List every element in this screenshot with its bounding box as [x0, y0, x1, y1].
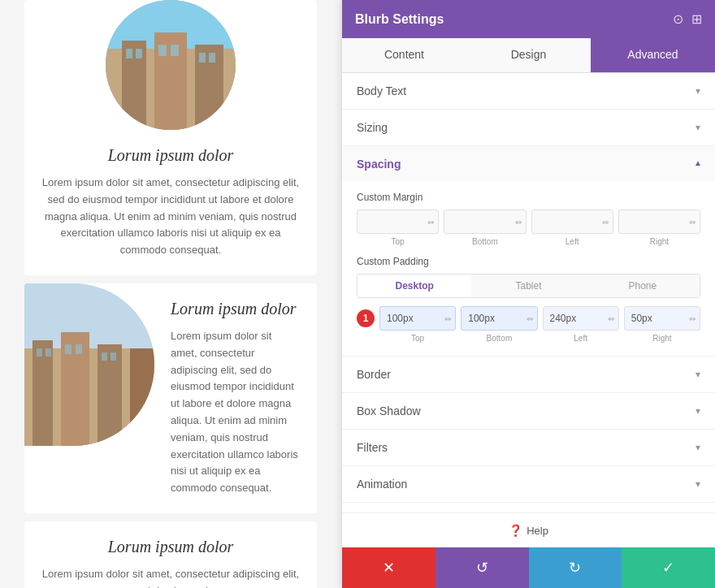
- section-animation[interactable]: Animation ▾: [342, 466, 715, 503]
- margin-top-group: ⇔: [357, 210, 439, 234]
- tab-design[interactable]: Design: [466, 38, 591, 72]
- device-tab-desktop[interactable]: Desktop: [358, 275, 471, 297]
- svg-rect-22: [110, 352, 116, 361]
- margin-left-input[interactable]: [531, 210, 613, 234]
- section-filters[interactable]: Filters ▾: [342, 430, 715, 466]
- padding-right-link-icon: ⇔: [689, 314, 696, 323]
- device-tab-tablet[interactable]: Tablet: [471, 275, 585, 297]
- margin-left-label: Left: [531, 237, 613, 246]
- device-tab-phone[interactable]: Phone: [586, 275, 700, 297]
- svg-rect-7: [158, 45, 167, 56]
- blurb-title-2: Lorum ipsum dolor: [171, 300, 301, 318]
- save-button[interactable]: ✓: [622, 547, 715, 588]
- spacing-header[interactable]: Spacing ▾: [342, 146, 715, 182]
- svg-rect-17: [37, 348, 42, 357]
- margin-bottom-group: ⇔: [444, 210, 526, 234]
- tab-content[interactable]: Content: [342, 38, 466, 72]
- tab-advanced[interactable]: Advanced: [591, 38, 715, 72]
- custom-margin-label: Custom Margin: [357, 192, 700, 203]
- blurb-image-2: [24, 283, 154, 446]
- margin-inputs: ⇔ ⇔ ⇔ ⇔: [357, 210, 700, 234]
- margin-right-link-icon: ⇔: [689, 218, 696, 227]
- margin-right-group: ⇔: [618, 210, 700, 234]
- svg-rect-15: [98, 344, 122, 446]
- section-body-text[interactable]: Body Text ▾: [342, 73, 715, 110]
- padding-right-label: Right: [624, 334, 700, 343]
- help-icon: ❓: [509, 524, 522, 537]
- custom-padding-label: Custom Padding: [357, 256, 700, 267]
- animation-label: Animation: [357, 478, 407, 491]
- spacing-content: Custom Margin ⇔ ⇔ ⇔: [342, 182, 715, 356]
- redo-button[interactable]: ↻: [529, 547, 622, 588]
- margin-bottom-input[interactable]: [444, 210, 526, 234]
- box-shadow-chevron: ▾: [696, 405, 700, 417]
- padding-top-label: Top: [379, 334, 456, 343]
- margin-top-label: Top: [357, 237, 439, 246]
- margin-left-group: ⇔: [531, 210, 613, 234]
- margin-right-input[interactable]: [618, 210, 700, 234]
- spacing-label: Spacing: [357, 158, 401, 171]
- section-box-shadow[interactable]: Box Shadow ▾: [342, 393, 715, 430]
- device-tabs: Desktop Tablet Phone: [357, 274, 700, 298]
- sizing-label: Sizing: [357, 121, 388, 134]
- settings-title: Blurb Settings: [355, 12, 444, 27]
- action-bar: ✕ ↺ ↻ ✓: [342, 547, 715, 588]
- margin-left-link-icon: ⇔: [602, 218, 609, 227]
- blurb-card-3: Lorum ipsum dolor Lorem ipsum dolor sit …: [24, 521, 317, 588]
- blurb-text-3: Lorem ipsum dolor sit amet, consectetur …: [41, 566, 301, 588]
- settings-footer: ❓ Help: [342, 512, 715, 547]
- tab-bar: Content Design Advanced: [342, 38, 715, 73]
- svg-rect-2: [122, 41, 146, 130]
- blurb-card-2: Lorum ipsum dolor Lorem ipsum dolor sit …: [24, 283, 317, 513]
- padding-inputs: 1 ⇔ ⇔ ⇔ ⇔: [357, 306, 700, 331]
- margin-bottom-label: Bottom: [444, 237, 526, 246]
- margin-labels: Top Bottom Left Right: [357, 237, 700, 246]
- padding-left-link-icon: ⇔: [608, 314, 614, 323]
- padding-left-group: ⇔: [543, 306, 619, 331]
- expand-icon[interactable]: ⊞: [691, 11, 702, 27]
- margin-right-label: Right: [618, 237, 700, 246]
- svg-rect-18: [46, 348, 51, 357]
- blurb-title-3: Lorum ipsum dolor: [41, 538, 301, 556]
- settings-icon[interactable]: ⊙: [673, 11, 683, 27]
- section-border[interactable]: Border ▾: [342, 357, 715, 393]
- padding-top-group: ⇔: [379, 306, 456, 331]
- svg-rect-6: [136, 49, 142, 58]
- svg-rect-10: [209, 53, 215, 63]
- body-text-label: Body Text: [357, 84, 406, 97]
- padding-top-link-icon: ⇔: [444, 314, 451, 323]
- sizing-chevron: ▾: [696, 122, 700, 133]
- header-icons: ⊙ ⊞: [673, 11, 702, 27]
- help-link[interactable]: ❓ Help: [509, 524, 548, 537]
- padding-bottom-link-icon: ⇔: [526, 314, 533, 323]
- blurb-title-1: Lorum ipsum dolor: [41, 146, 301, 165]
- blurb-card-2-text: Lorum ipsum dolor Lorem ipsum dolor sit …: [167, 283, 317, 513]
- cancel-button[interactable]: ✕: [342, 547, 436, 588]
- border-label: Border: [357, 368, 391, 381]
- settings-body: Body Text ▾ Sizing ▾ Spacing ▾ Custom Ma…: [342, 73, 715, 512]
- body-text-chevron: ▾: [696, 85, 700, 97]
- margin-top-link-icon: ⇔: [427, 218, 434, 227]
- right-panel: Blurb Settings ⊙ ⊞ Content Design Advanc…: [341, 0, 715, 588]
- filters-label: Filters: [357, 441, 388, 454]
- blurb-text-2: Lorem ipsum dolor sit amet, consectetur …: [171, 328, 301, 497]
- left-panel: Lorum ipsum dolor Lorem ipsum dolor sit …: [0, 0, 341, 588]
- padding-bottom-label: Bottom: [461, 334, 537, 343]
- undo-button[interactable]: ↺: [436, 547, 529, 588]
- padding-left-label: Left: [543, 334, 619, 343]
- padding-bottom-group: ⇔: [461, 306, 537, 331]
- svg-rect-19: [65, 344, 72, 354]
- svg-rect-16: [130, 348, 154, 446]
- margin-top-input[interactable]: [357, 210, 439, 234]
- border-chevron: ▾: [696, 369, 700, 380]
- blurb-image-1: [106, 0, 236, 130]
- blurb-text-1: Lorem ipsum dolor sit amet, consectetur …: [41, 175, 301, 259]
- section-sizing[interactable]: Sizing ▾: [342, 110, 715, 146]
- help-label: Help: [526, 525, 548, 537]
- settings-header: Blurb Settings ⊙ ⊞: [342, 0, 715, 38]
- spacing-chevron: ▾: [696, 158, 700, 170]
- svg-rect-9: [199, 53, 206, 63]
- svg-rect-8: [171, 45, 179, 56]
- section-spacing: Spacing ▾ Custom Margin ⇔ ⇔: [342, 146, 715, 357]
- margin-bottom-link-icon: ⇔: [515, 218, 522, 227]
